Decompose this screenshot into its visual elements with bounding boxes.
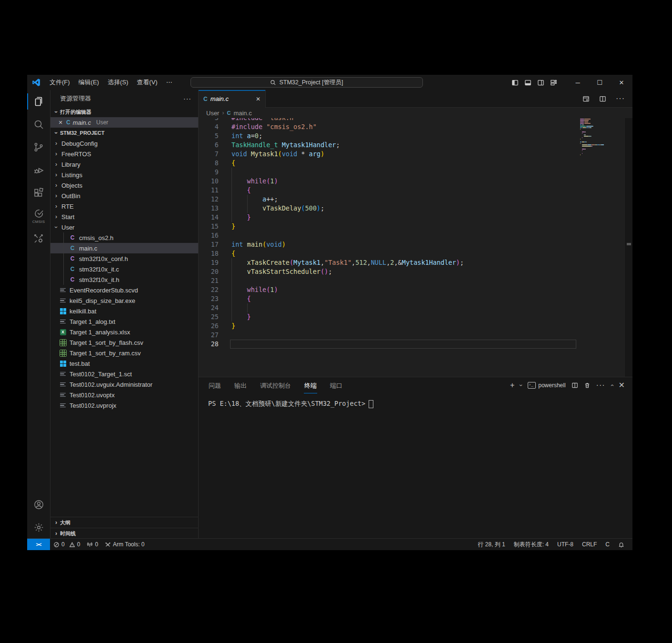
activity-embedded-tools[interactable]: [27, 227, 50, 250]
breadcrumb-folder[interactable]: User: [206, 110, 219, 117]
code-line-9[interactable]: 9: [199, 168, 632, 177]
maximize-panel-icon[interactable]: ›: [609, 384, 615, 386]
toggle-secondary-sidebar-icon[interactable]: [534, 75, 547, 90]
indentation[interactable]: 制表符长度: 4: [510, 539, 553, 550]
tree-item-keil5_disp_size_bar.exe[interactable]: keil5_disp_size_bar.exe: [50, 295, 198, 306]
code-line-18[interactable]: 18{: [199, 249, 632, 258]
tree-item-FreeRTOS[interactable]: ›FreeRTOS: [50, 149, 198, 159]
code-line-22[interactable]: 22 while(1): [199, 285, 632, 294]
menu-item-3[interactable]: 查看(V): [132, 77, 161, 88]
activity-settings[interactable]: [27, 516, 50, 539]
new-terminal-icon[interactable]: +: [510, 381, 514, 390]
panel-tab-0[interactable]: 问题: [208, 378, 221, 393]
code-editor[interactable]: 3#include "task.h"4#include "cmsis_os2.h…: [199, 118, 632, 377]
activity-source-control[interactable]: [27, 136, 50, 159]
minimap[interactable]: [580, 119, 604, 159]
breadcrumb[interactable]: User › C main.c: [199, 108, 632, 118]
tree-item-Target 1_sort_by_flash.csv[interactable]: Target 1_sort_by_flash.csv: [50, 337, 198, 348]
kill-terminal-icon[interactable]: [584, 382, 591, 389]
code-line-14[interactable]: 14 }: [199, 213, 632, 222]
code-line-6[interactable]: 6TaskHandle_t Mytask1Handler;: [199, 141, 632, 150]
tree-item-stm32f10x_it.h[interactable]: Cstm32f10x_it.h: [50, 274, 198, 285]
code-line-11[interactable]: 11 {: [199, 186, 632, 195]
code-line-17[interactable]: 17int main(void): [199, 240, 632, 249]
terminal-instance[interactable]: ›_ powershell: [528, 382, 565, 389]
code-line-24[interactable]: 24: [199, 303, 632, 312]
panel-tab-2[interactable]: 调试控制台: [260, 378, 291, 393]
tree-item-Target 1_alog.txt[interactable]: Target 1_alog.txt: [50, 316, 198, 327]
project-root-section[interactable]: › STM32_PROJECT: [50, 128, 198, 138]
code-line-27[interactable]: 27: [199, 331, 632, 340]
tree-item-Target 1_analysis.xlsx[interactable]: XTarget 1_analysis.xlsx: [50, 327, 198, 337]
explorer-more-actions-icon[interactable]: ···: [183, 95, 191, 102]
cursor-position[interactable]: 行 28, 列 1: [473, 539, 509, 550]
tree-item-OutBin[interactable]: ›OutBin: [50, 191, 198, 201]
tree-item-EventRecorderStub.scvd[interactable]: EventRecorderStub.scvd: [50, 285, 198, 295]
eol-sequence[interactable]: CRLF: [578, 539, 601, 550]
code-line-25[interactable]: 25 }: [199, 312, 632, 322]
activity-search[interactable]: [27, 113, 50, 136]
activity-extensions[interactable]: [27, 181, 50, 204]
tab-main.c[interactable]: C main.c ✕: [199, 90, 266, 108]
tree-item-Test0102.uvguix.Administrator[interactable]: Test0102.uvguix.Administrator: [50, 379, 198, 390]
tree-item-Start[interactable]: ›Start: [50, 211, 198, 222]
tree-item-Test0102.uvoptx[interactable]: Test0102.uvoptx: [50, 390, 198, 400]
terminal-dropdown-icon[interactable]: ›: [518, 384, 524, 386]
close-button[interactable]: ✕: [611, 75, 632, 90]
tree-item-test.bat[interactable]: test.bat: [50, 358, 198, 369]
language-mode[interactable]: C: [601, 539, 614, 550]
split-editor-icon[interactable]: [599, 95, 606, 102]
toggle-sidebar-icon[interactable]: [509, 75, 522, 90]
activity-explorer[interactable]: [27, 90, 50, 113]
tree-item-stm32f10x_conf.h[interactable]: Cstm32f10x_conf.h: [50, 253, 198, 264]
tree-item-RTE[interactable]: ›RTE: [50, 201, 198, 211]
panel-tab-4[interactable]: 端口: [330, 378, 343, 393]
notifications-bell[interactable]: [614, 539, 629, 550]
tree-item-User[interactable]: ›User: [50, 222, 198, 232]
code-line-15[interactable]: 15}: [199, 222, 632, 231]
code-line-20[interactable]: 20 vTaskStartScheduler();: [199, 267, 632, 276]
tree-item-Test0102.uvprojx[interactable]: Test0102.uvprojx: [50, 400, 198, 411]
activity-cmsis[interactable]: CMSIS: [27, 204, 50, 227]
maximize-button[interactable]: ☐: [589, 75, 611, 90]
code-line-13[interactable]: 13 vTaskDelay(500);: [199, 204, 632, 213]
code-line-8[interactable]: 8{: [199, 159, 632, 168]
code-line-7[interactable]: 7void Mytask1(void * arg): [199, 150, 632, 159]
arm-tools-status[interactable]: Arm Tools: 0: [101, 539, 148, 550]
menu-item-2[interactable]: 选择(S): [103, 77, 132, 88]
problems-status[interactable]: 0 0: [50, 539, 83, 550]
menu-item-1[interactable]: 编辑(E): [74, 77, 103, 88]
code-line-10[interactable]: 10 while(1): [199, 177, 632, 186]
panel-tab-3[interactable]: 终端: [304, 378, 317, 393]
minimize-button[interactable]: ─: [567, 75, 589, 90]
code-line-26[interactable]: 26}: [199, 322, 632, 331]
timeline-section[interactable]: › 时间线: [50, 528, 198, 539]
tree-item-main.c[interactable]: Cmain.c: [50, 243, 198, 253]
scrollbar-track[interactable]: [625, 118, 632, 377]
tree-item-Objects[interactable]: ›Objects: [50, 180, 198, 191]
tree-item-stm32f10x_it.c[interactable]: Cstm32f10x_it.c: [50, 264, 198, 274]
code-line-21[interactable]: 21: [199, 276, 632, 285]
code-line-23[interactable]: 23 {: [199, 294, 632, 303]
more-actions-icon[interactable]: ···: [616, 94, 625, 103]
activity-account[interactable]: [27, 493, 50, 516]
remote-indicator[interactable]: ><: [27, 539, 50, 550]
split-terminal-icon[interactable]: [572, 382, 578, 389]
activity-run-debug[interactable]: [27, 159, 50, 181]
toggle-panel-icon[interactable]: [522, 75, 534, 90]
tree-item-cmsis_os2.h[interactable]: Ccmsis_os2.h: [50, 232, 198, 243]
code-line-19[interactable]: 19 xTaskCreate(Mytask1,"Task1",512,NULL,…: [199, 258, 632, 267]
close-panel-icon[interactable]: ✕: [619, 381, 625, 390]
panel-tab-1[interactable]: 输出: [234, 378, 247, 393]
open-editors-section[interactable]: › 打开的编辑器: [50, 107, 198, 117]
ports-status[interactable]: 0: [83, 539, 101, 550]
code-line-3[interactable]: 3#include "task.h": [199, 118, 632, 122]
tree-item-Listings[interactable]: ›Listings: [50, 170, 198, 180]
tree-item-DebugConfig[interactable]: ›DebugConfig: [50, 138, 198, 149]
tree-item-Library[interactable]: ›Library: [50, 159, 198, 170]
open-editor-item-main.c[interactable]: ✕ C main.c User: [50, 117, 198, 128]
menu-item-0[interactable]: 文件(F): [45, 77, 74, 88]
close-icon[interactable]: ✕: [57, 120, 64, 126]
code-line-4[interactable]: 4#include "cmsis_os2.h": [199, 122, 632, 131]
customize-layout-icon[interactable]: [547, 75, 560, 90]
